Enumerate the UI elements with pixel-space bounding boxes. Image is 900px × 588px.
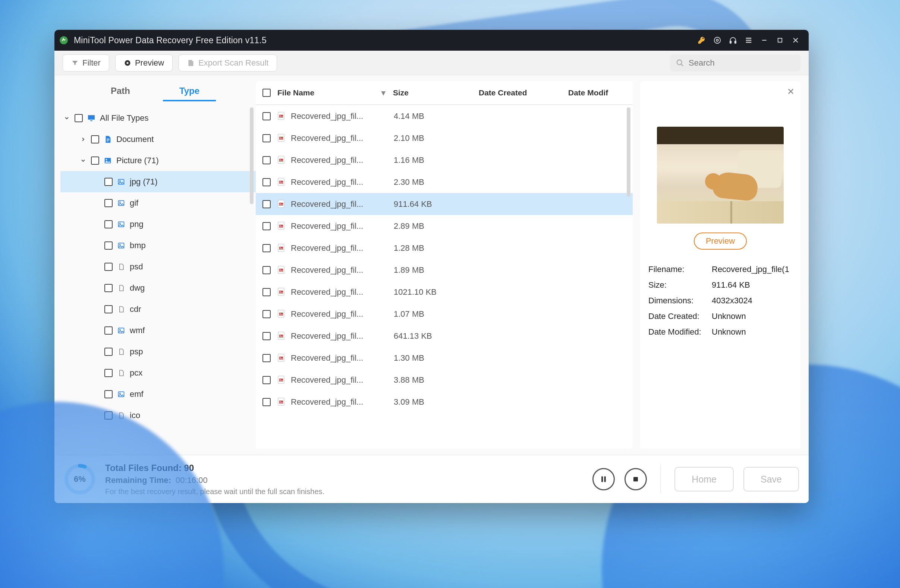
home-button[interactable]: Home [675, 467, 734, 492]
checkbox[interactable] [91, 135, 99, 144]
file-row[interactable]: Recovered_jpg_fil...911.64 KB [256, 193, 633, 215]
file-row[interactable]: Recovered_jpg_fil...2.89 MB [256, 215, 633, 237]
file-size: 2.10 MB [394, 133, 479, 143]
checkbox[interactable] [262, 134, 271, 142]
tree-format-emf[interactable]: emf [61, 384, 256, 405]
checkbox[interactable] [104, 284, 113, 292]
checkbox[interactable] [104, 348, 113, 356]
disc-icon[interactable] [709, 32, 725, 48]
filelist-scrollbar[interactable] [627, 107, 630, 197]
checkbox[interactable] [262, 398, 271, 406]
maximize-button[interactable] [772, 32, 788, 48]
checkbox[interactable] [262, 288, 271, 296]
file-row[interactable]: Recovered_jpg_fil...641.13 KB [256, 325, 633, 347]
file-row[interactable]: Recovered_jpg_fil...3.88 MB [256, 369, 633, 391]
tree-format-psp[interactable]: psp [61, 341, 256, 362]
checkbox[interactable] [74, 114, 83, 122]
tree-all-file-types[interactable]: All File Types [61, 107, 256, 128]
chevron-down-icon[interactable] [79, 158, 87, 164]
checkbox[interactable] [104, 220, 113, 228]
key-icon[interactable] [694, 32, 709, 48]
tree-format-pcx[interactable]: pcx [61, 362, 256, 384]
file-row[interactable]: Recovered_jpg_fil...2.10 MB [256, 127, 633, 149]
file-row[interactable]: Recovered_jpg_fil...1.30 MB [256, 347, 633, 369]
svg-point-61 [280, 291, 281, 292]
checkbox[interactable] [262, 112, 271, 120]
tree-format-wmf[interactable]: wmf [61, 320, 256, 341]
meta-key: Dimensions: [649, 296, 712, 306]
svg-rect-79 [601, 477, 603, 482]
tree-format-bmp[interactable]: bmp [61, 235, 256, 256]
close-preview-icon[interactable]: ✕ [787, 87, 794, 97]
tree-format-png[interactable]: png [61, 214, 256, 235]
chevron-down-icon[interactable] [63, 115, 71, 121]
file-row[interactable]: Recovered_jpg_fil...1.89 MB [256, 259, 633, 281]
tab-type[interactable]: Type [177, 83, 202, 101]
checkbox[interactable] [262, 310, 271, 318]
checkbox[interactable] [104, 412, 113, 419]
tree-format-psd[interactable]: psd [61, 256, 256, 277]
checkbox[interactable] [262, 354, 271, 362]
column-filename[interactable]: File Name ▾ [278, 88, 393, 97]
chevron-right-icon[interactable] [79, 136, 87, 142]
svg-point-34 [119, 392, 120, 393]
checkbox[interactable] [262, 200, 271, 208]
tree-document[interactable]: Document [61, 128, 256, 150]
preview-open-button[interactable]: Preview [694, 232, 747, 250]
checkbox[interactable] [91, 156, 99, 165]
image-icon [116, 389, 126, 399]
close-button[interactable] [788, 32, 804, 48]
filter-button[interactable]: Filter [63, 54, 109, 71]
save-button[interactable]: Save [743, 467, 799, 492]
file-row[interactable]: Recovered_jpg_fil...1.16 MB [256, 149, 633, 171]
column-size[interactable]: Size [393, 88, 479, 97]
tree-picture[interactable]: Picture (71) [61, 150, 256, 171]
desktop-wallpaper: MiniTool Power Data Recovery Free Editio… [0, 0, 900, 588]
checkbox[interactable] [262, 266, 271, 274]
file-row[interactable]: Recovered_jpg_fil...1.28 MB [256, 237, 633, 259]
search-box[interactable] [670, 54, 801, 71]
checkbox[interactable] [104, 369, 113, 377]
column-date-created[interactable]: Date Created [479, 88, 568, 97]
pause-button[interactable] [593, 468, 615, 491]
checkbox[interactable] [104, 305, 113, 313]
checkbox[interactable] [262, 178, 271, 186]
menu-icon[interactable] [741, 32, 756, 48]
stop-button[interactable] [624, 468, 647, 491]
file-row[interactable]: Recovered_jpg_fil...4.14 MB [256, 105, 633, 127]
tree-format-ico[interactable]: ico [61, 405, 256, 426]
sidebar-scrollbar[interactable] [250, 107, 253, 204]
checkbox[interactable] [262, 376, 271, 384]
file-row[interactable]: Recovered_jpg_fil...3.09 MB [256, 391, 633, 413]
checkbox[interactable] [262, 332, 271, 340]
checkbox[interactable] [104, 241, 113, 250]
tree-format-cdr[interactable]: cdr [61, 299, 256, 320]
tree-format-dwg[interactable]: dwg [61, 277, 256, 299]
preview-button[interactable]: Preview [115, 54, 172, 71]
headphones-icon[interactable] [725, 32, 741, 48]
select-all-checkbox[interactable] [262, 89, 271, 97]
tree-format-gif[interactable]: gif [61, 192, 256, 214]
minimize-button[interactable] [756, 32, 772, 48]
export-button[interactable]: Export Scan Result [178, 54, 277, 71]
tree-format-jpg[interactable]: jpg (71) [61, 171, 256, 192]
file-size: 4.14 MB [394, 111, 479, 121]
checkbox[interactable] [104, 178, 113, 186]
file-rows: Recovered_jpg_fil...4.14 MBRecovered_jpg… [256, 105, 633, 449]
file-row[interactable]: Recovered_jpg_fil...1.07 MB [256, 303, 633, 325]
checkbox[interactable] [262, 222, 271, 230]
checkbox[interactable] [104, 326, 113, 334]
checkbox[interactable] [262, 244, 271, 252]
meta-value: Unknown [712, 311, 792, 321]
checkbox[interactable] [104, 263, 113, 271]
checkbox[interactable] [262, 156, 271, 164]
checkbox[interactable] [104, 199, 113, 207]
jpg-file-icon [277, 177, 286, 187]
checkbox[interactable] [104, 390, 113, 398]
column-date-modified[interactable]: Date Modif [568, 88, 626, 97]
search-input[interactable] [689, 58, 794, 68]
file-row[interactable]: Recovered_jpg_fil...1021.10 KB [256, 281, 633, 303]
file-row[interactable]: Recovered_jpg_fil...2.30 MB [256, 171, 633, 193]
tab-path[interactable]: Path [109, 83, 132, 101]
jpg-file-icon [277, 111, 286, 121]
